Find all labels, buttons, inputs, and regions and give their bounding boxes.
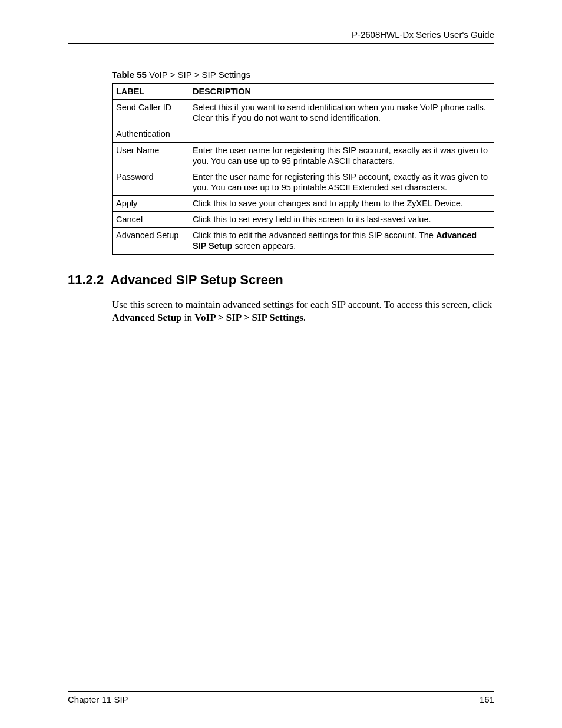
cell-label: Cancel bbox=[113, 212, 189, 228]
table-row: Send Caller ID Select this if you want t… bbox=[113, 100, 494, 126]
col-header-label: LABEL bbox=[113, 84, 189, 100]
cell-label: Authentication bbox=[113, 126, 189, 142]
table-row: Advanced Setup Click this to edit the ad… bbox=[113, 228, 494, 254]
footer-page-number: 161 bbox=[480, 694, 494, 704]
footer-rule bbox=[68, 691, 494, 692]
table-row: Authentication bbox=[113, 126, 494, 142]
cell-label: Password bbox=[113, 169, 189, 195]
running-header: P-2608HWL-Dx Series User's Guide bbox=[68, 29, 494, 39]
cell-description bbox=[189, 126, 494, 142]
table-row: Apply Click this to save your changes an… bbox=[113, 196, 494, 212]
col-header-description: DESCRIPTION bbox=[189, 84, 494, 100]
table-header-row: LABEL DESCRIPTION bbox=[113, 84, 494, 100]
cell-description: Click this to edit the advanced settings… bbox=[189, 228, 494, 254]
section-title: Advanced SIP Setup Screen bbox=[111, 272, 283, 287]
page-footer: Chapter 11 SIP 161 bbox=[68, 691, 494, 704]
footer-chapter: Chapter 11 SIP bbox=[68, 694, 128, 704]
section-number: 11.2.2 bbox=[68, 272, 104, 287]
table-row: Password Enter the user name for registe… bbox=[113, 169, 494, 195]
table-caption-text: VoIP > SIP > SIP Settings bbox=[147, 70, 250, 80]
document-page: P-2608HWL-Dx Series User's Guide Table 5… bbox=[0, 0, 562, 728]
cell-description: Select this if you want to send identifi… bbox=[189, 100, 494, 126]
cell-label: Apply bbox=[113, 196, 189, 212]
table-caption: Table 55 VoIP > SIP > SIP Settings bbox=[112, 70, 494, 80]
cell-label: Advanced Setup bbox=[113, 228, 189, 254]
sip-settings-table: LABEL DESCRIPTION Send Caller ID Select … bbox=[112, 83, 494, 255]
table-row: User Name Enter the user name for regist… bbox=[113, 142, 494, 169]
section-heading: 11.2.2 Advanced SIP Setup Screen bbox=[68, 272, 494, 288]
header-rule bbox=[68, 43, 494, 44]
cell-description: Click this to set every field in this sc… bbox=[189, 212, 494, 228]
cell-description: Enter the user name for registering this… bbox=[189, 142, 494, 169]
cell-description: Click this to save your changes and to a… bbox=[189, 196, 494, 212]
section-paragraph: Use this screen to maintain advanced set… bbox=[112, 298, 494, 325]
cell-label: Send Caller ID bbox=[113, 100, 189, 126]
table-caption-number: Table 55 bbox=[112, 70, 147, 80]
cell-label: User Name bbox=[113, 142, 189, 169]
table-row: Cancel Click this to set every field in … bbox=[113, 212, 494, 228]
cell-description: Enter the user name for registering this… bbox=[189, 169, 494, 195]
